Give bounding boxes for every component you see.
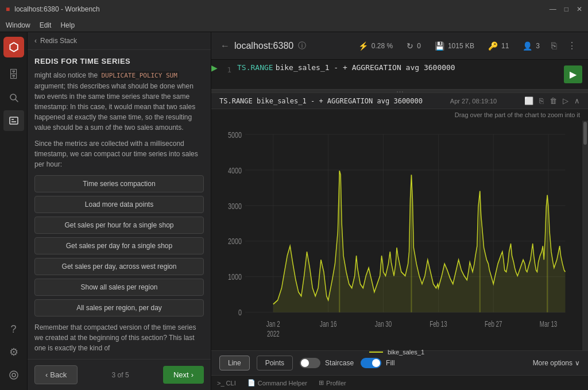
metric-memory: 💾 1015 KB (435, 41, 474, 51)
delete-result-icon[interactable]: 🗑 (550, 96, 557, 105)
svg-point-6 (12, 373, 16, 377)
sidebar-item-database[interactable]: 🗄 (3, 64, 24, 85)
svg-line-1 (16, 99, 18, 102)
time-series-chart: 5000 4000 3000 2000 1000 0 (217, 126, 577, 345)
svg-text:Feb 13: Feb 13 (430, 319, 447, 329)
menu-help[interactable]: Help (60, 21, 75, 29)
export-icon[interactable]: ⎘ (549, 38, 559, 53)
svg-text:Jan 16: Jan 16 (320, 319, 337, 329)
chart-hint: Drag over the part of the chart to zoom … (211, 109, 588, 121)
tutorial-paragraph-2: Since the metrics are collected with a m… (34, 138, 204, 169)
icon-sidebar: ⬡ 🗄 ? ⚙ (0, 32, 28, 390)
tutorial-buttons: Time series compaction Load more data po… (34, 175, 204, 316)
info-icon[interactable]: ⓘ (298, 41, 306, 51)
chart-container[interactable]: 5000 4000 3000 2000 1000 0 (211, 121, 588, 350)
btn-get-sales-per-day[interactable]: Get sales per day for a single shop (34, 237, 204, 254)
top-actions: ⎘ ⋮ (549, 38, 579, 53)
sidebar-item-github[interactable] (3, 365, 24, 385)
more-options-button[interactable]: More options ∨ (533, 359, 580, 367)
tutorial-panel: ‹ Redis Stack REDIS FOR TIME SERIES migh… (28, 32, 211, 390)
titlebar: ■ localhost:6380 - Workbench — □ ✕ (0, 0, 588, 18)
btn-all-sales-region-per-day[interactable]: All sales per region, per day (34, 299, 204, 316)
back-label: Back (50, 370, 67, 379)
menubar: Window Edit Help (0, 18, 588, 32)
window-controls[interactable]: — □ ✕ (550, 5, 582, 13)
close-button[interactable]: ✕ (577, 5, 582, 13)
server-name: ← localhost:6380 ⓘ (220, 41, 306, 51)
app-icon: ■ (6, 5, 10, 13)
svg-text:2022: 2022 (267, 329, 280, 338)
tutorial-content: REDIS FOR TIME SERIES might also notice … (28, 50, 211, 359)
clients-value: 3 (536, 42, 540, 50)
app-container: ⬡ 🗄 ? ⚙ ‹ Redis Stack REDIS FOR TIME SER… (0, 32, 588, 390)
chart-legend: bike_sales_1 (217, 346, 577, 358)
code-line[interactable]: TS.RANGE bike_sales_1 - + AGGREGATION av… (237, 63, 558, 72)
svg-text:2000: 2000 (228, 237, 242, 246)
page-indicator: 3 of 5 (112, 371, 129, 379)
legend-line-icon (369, 352, 383, 353)
sidebar-item-search[interactable] (3, 87, 24, 108)
profiler-label: Profiler (326, 380, 346, 387)
svg-rect-2 (10, 117, 18, 124)
cli-label: >_ CLI (217, 380, 236, 387)
memory-value: 1015 KB (448, 42, 474, 50)
sidebar-item-help[interactable]: ? (3, 319, 24, 339)
staircase-toggle[interactable] (300, 358, 320, 368)
top-metrics: ⚡ 0.28 % ↻ 0 💾 1015 KB 🔑 11 (358, 41, 540, 51)
svg-text:Jan 30: Jan 30 (375, 319, 392, 329)
maximize-button[interactable]: □ (564, 5, 568, 13)
btn-get-sales-per-hour[interactable]: Get sales per hour for a single shop (34, 217, 204, 234)
more-icon[interactable]: ⋮ (565, 38, 579, 53)
result-title: TS.RANGE bike_sales_1 - + AGGREGATION av… (219, 97, 423, 105)
tutorial-paragraph-1: might also notice the DUPLICATE_POLICY S… (34, 70, 204, 133)
cpu-icon: ⚡ (358, 41, 368, 51)
svg-text:Jan 2: Jan 2 (266, 319, 280, 329)
play-result-icon[interactable]: ▷ (563, 96, 568, 105)
next-label: Next (173, 370, 189, 379)
command-helper-item[interactable]: 📄 Command Helper (247, 379, 307, 387)
svg-text:3000: 3000 (228, 201, 242, 211)
play-indicator: ▶ (211, 63, 218, 72)
metric-clients: 👤 3 (523, 41, 540, 51)
cpu-value: 0.28 % (372, 42, 393, 50)
btn-get-sales-west-region[interactable]: Get sales per day, across west region (34, 258, 204, 275)
legend-label: bike_sales_1 (388, 349, 424, 356)
tutorial-footer: ‹ Back 3 of 5 Next › (28, 359, 211, 390)
btn-time-series-compaction[interactable]: Time series compaction (34, 175, 204, 192)
more-options-label: More options (533, 359, 572, 367)
sidebar-item-settings[interactable]: ⚙ (3, 342, 24, 362)
run-button[interactable]: ▶ (564, 65, 582, 83)
chart-scrollbar-thumb[interactable] (583, 122, 587, 145)
command-keyword: TS.RANGE (237, 63, 273, 72)
collapse-result-icon[interactable]: ∧ (574, 96, 580, 105)
sidebar-item-workbench[interactable] (3, 110, 24, 131)
keys-value: 11 (501, 42, 509, 50)
save-result-icon[interactable]: ⬜ (524, 96, 533, 105)
copy-result-icon[interactable]: ⎘ (539, 96, 544, 105)
cli-item[interactable]: >_ CLI (217, 380, 236, 387)
sidebar-bottom: ? ⚙ (3, 319, 24, 385)
menu-window[interactable]: Window (6, 21, 30, 29)
metric-keys: 🔑 11 (488, 41, 509, 51)
staircase-label: Staircase (325, 359, 354, 367)
breadcrumb-back[interactable]: ‹ (34, 37, 37, 45)
result-header: TS.RANGE bike_sales_1 - + AGGREGATION av… (211, 93, 588, 109)
svg-text:Mar 13: Mar 13 (540, 319, 558, 329)
fill-toggle[interactable] (361, 358, 381, 368)
btn-show-all-sales-region[interactable]: Show all sales per region (34, 279, 204, 296)
svg-point-5 (10, 371, 18, 379)
server-back-button[interactable]: ← (220, 41, 230, 51)
main-area: ← localhost:6380 ⓘ ⚡ 0.28 % ↻ 0 💾 (211, 32, 588, 390)
btn-load-more-data[interactable]: Load more data points (34, 196, 204, 213)
tutorial-paragraph-3: Remember that compacted version of the t… (34, 322, 204, 353)
next-button[interactable]: Next › (163, 366, 204, 384)
result-actions: ⬜ ⎘ 🗑 ▷ ∧ (524, 96, 580, 105)
line-number: 1 (220, 63, 237, 76)
statusbar: >_ CLI 📄 Command Helper ⊞ Profiler (211, 375, 588, 390)
profiler-item[interactable]: ⊞ Profiler (319, 379, 346, 387)
chart-scrollbar[interactable] (582, 121, 588, 350)
back-button[interactable]: ‹ Back (34, 365, 78, 384)
minimize-button[interactable]: — (550, 5, 556, 13)
menu-edit[interactable]: Edit (40, 21, 52, 29)
command-args: bike_sales_1 - + AGGREGATION avg 3600000 (276, 63, 455, 72)
